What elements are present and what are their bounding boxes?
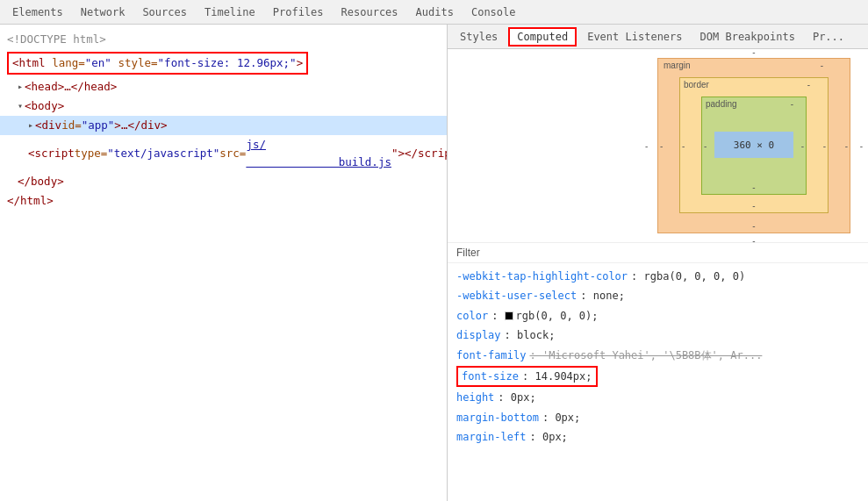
padding-label: padding xyxy=(706,99,737,109)
prop-value-webkit-tap: : rgba(0, 0, 0, 0) xyxy=(631,268,745,285)
lang-attr: lang= xyxy=(52,56,85,69)
html-close-tag: </html> xyxy=(7,192,54,210)
prop-value-webkit-us: : none; xyxy=(580,287,625,304)
tab-computed[interactable]: Computed xyxy=(508,27,577,47)
margin-left-dash: - xyxy=(660,141,663,151)
right-tab-bar: Styles Computed Event Listeners DOM Brea… xyxy=(448,25,868,49)
prop-name-display: display xyxy=(456,326,501,344)
prop-name-height: height xyxy=(456,389,494,406)
style-margin-bottom: margin-bottom : 0px; xyxy=(448,408,868,427)
padding-top-dash: - xyxy=(791,99,793,109)
head-line[interactable]: <head>…</head> xyxy=(0,77,447,97)
script-type-attr: type= xyxy=(75,145,108,162)
prop-value-color: : rgb(0, 0, 0); xyxy=(491,307,598,325)
style-margin-left: margin-left : 0px; xyxy=(448,427,868,447)
body-close-line: </body> xyxy=(0,172,447,191)
script-close: "></script> xyxy=(391,145,448,162)
style-attr: style= xyxy=(118,56,157,69)
border-left-dash: - xyxy=(682,140,685,150)
lang-value: "en" xyxy=(85,56,111,69)
body-close-tag: </body> xyxy=(18,173,64,190)
doctype-line: <!DOCTYPE html> xyxy=(0,30,447,49)
script-open: <script xyxy=(28,145,75,162)
style-height: height : 0px; xyxy=(448,388,868,407)
border-top-dash: - xyxy=(807,80,810,89)
script-line[interactable]: <script type="text/javascript" src=js/ b… xyxy=(0,135,447,172)
filter-area: Filter xyxy=(448,243,868,263)
prop-name-webkit-tap: -webkit-tap-highlight-color xyxy=(456,268,628,285)
doctype-text: <!DOCTYPE html> xyxy=(7,31,106,48)
elements-panel: <!DOCTYPE html> <html lang="en" style="f… xyxy=(0,25,448,501)
script-src-value[interactable]: js/ build.js xyxy=(246,136,391,171)
tab-more[interactable]: Pr... xyxy=(804,27,853,47)
tab-audits[interactable]: Audits xyxy=(407,3,463,22)
outer-left-dash: - xyxy=(645,141,648,151)
margin-right-dash: - xyxy=(845,141,848,151)
style-font-family: font-family : 'Microsoft Yahei', '\5B8B体… xyxy=(448,346,868,365)
computed-styles-list: -webkit-tap-highlight-color : rgba(0, 0,… xyxy=(448,263,868,501)
border-label: border xyxy=(684,80,709,89)
prop-name-font-family: font-family xyxy=(456,347,526,364)
devtools-window: Elements Network Sources Timeline Profil… xyxy=(0,0,868,501)
margin-label: margin xyxy=(664,61,691,70)
content-box: 360 × 0 xyxy=(714,132,793,158)
tab-profiles[interactable]: Profiles xyxy=(264,3,333,22)
div-id-attr: id= xyxy=(61,117,82,134)
box-model-area: margin - - - - border - - - - xyxy=(448,49,868,243)
prop-value-height: : 0px; xyxy=(498,389,535,406)
margin-bottom-dash: - xyxy=(752,221,755,231)
tab-timeline[interactable]: Timeline xyxy=(196,3,264,22)
html-close-line: </html> xyxy=(0,191,447,211)
prop-value-display: : block; xyxy=(505,326,556,344)
prop-value-font-size: : 14.904px; xyxy=(522,368,592,385)
prop-name-color: color xyxy=(456,307,488,325)
html-tag-line[interactable]: <html lang="en" style="font-size: 12.96p… xyxy=(0,49,447,77)
box-model: margin - - - - border - - - - xyxy=(657,58,850,233)
html-open-tag: <html xyxy=(12,56,52,69)
body-open-tag: <body> xyxy=(25,97,64,115)
tab-network[interactable]: Network xyxy=(72,3,134,22)
right-panel: Styles Computed Event Listeners DOM Brea… xyxy=(448,25,868,501)
script-type-value: "text/javascript" xyxy=(107,145,219,162)
padding-bottom-dash: - xyxy=(752,183,755,192)
padding-left-dash: - xyxy=(704,141,707,151)
prop-value-font-family: : 'Microsoft Yahei', '\5B8B体', Ar... xyxy=(529,347,762,364)
style-value: "font-size: 12.96px;" xyxy=(158,56,297,69)
outer-top-dash: - xyxy=(752,47,755,57)
prop-name-webkit-us: -webkit-user-select xyxy=(456,287,577,304)
border-right-dash: - xyxy=(823,140,826,150)
color-swatch xyxy=(505,311,513,320)
style-color: color : rgb(0, 0, 0); xyxy=(448,306,868,326)
body-arrow[interactable] xyxy=(18,99,23,113)
div-close: >…</div> xyxy=(114,117,167,134)
prop-name-font-size: font-size xyxy=(462,368,519,385)
head-tag: <head>…</head> xyxy=(25,78,117,96)
script-src-attr: src= xyxy=(219,145,246,162)
div-app-line[interactable]: <div id="app">…</div> xyxy=(0,116,447,135)
prop-name-margin-bottom: margin-bottom xyxy=(456,409,539,426)
prop-value-margin-left: : 0px; xyxy=(529,428,567,446)
font-size-highlight-box: font-size : 14.904px; xyxy=(456,366,598,387)
prop-name-margin-left: margin-left xyxy=(456,428,526,446)
div-app-arrow[interactable] xyxy=(28,118,33,132)
body-open-line[interactable]: <body> xyxy=(0,97,447,116)
style-display: display : block; xyxy=(448,326,868,345)
style-font-size: font-size : 14.904px; xyxy=(448,365,868,388)
tab-resources[interactable]: Resources xyxy=(333,3,407,22)
head-arrow[interactable] xyxy=(18,80,23,94)
tab-event-listeners[interactable]: Event Listeners xyxy=(578,27,691,47)
tab-dom-breakpoints[interactable]: DOM Breakpoints xyxy=(692,27,804,47)
border-bottom-dash: - xyxy=(752,201,755,211)
tab-sources[interactable]: Sources xyxy=(133,3,196,22)
tab-styles[interactable]: Styles xyxy=(451,27,506,47)
html-close-bracket: > xyxy=(297,56,304,69)
prop-value-margin-bottom: : 0px; xyxy=(542,409,580,426)
div-open-tag: <div xyxy=(35,117,61,134)
outer-right-dash: - xyxy=(860,141,863,151)
margin-top-dash: - xyxy=(821,61,823,70)
html-tag-highlight-box: <html lang="en" style="font-size: 12.96p… xyxy=(7,52,308,75)
tab-console[interactable]: Console xyxy=(463,3,525,22)
main-panels: <!DOCTYPE html> <html lang="en" style="f… xyxy=(0,25,868,501)
padding-right-dash: - xyxy=(801,141,804,151)
tab-elements[interactable]: Elements xyxy=(4,3,72,22)
